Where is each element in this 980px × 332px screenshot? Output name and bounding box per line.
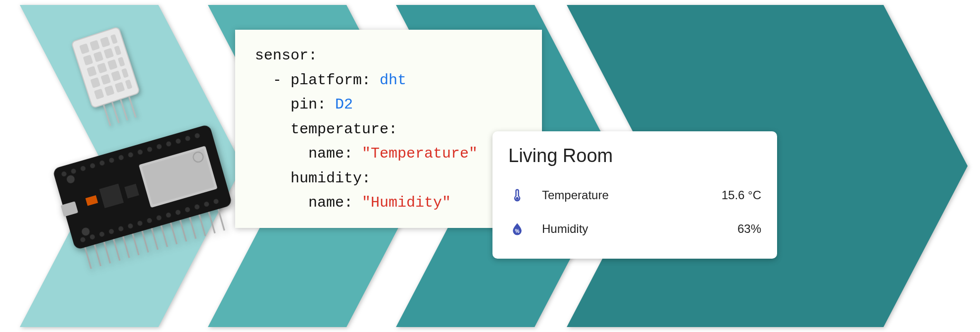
svg-line-70 [95,245,100,266]
code-line: pin: [255,96,335,113]
svg-line-80 [190,217,196,238]
svg-line-76 [151,228,157,250]
code-line: humidity: [255,170,371,187]
svg-line-72 [113,239,119,261]
svg-point-84 [516,197,519,200]
svg-line-82 [209,212,215,233]
code-string: "Humidity" [362,194,451,211]
svg-line-74 [133,234,139,255]
code-line: sensor: [255,47,317,64]
code-keyword: D2 [335,96,353,113]
code-string: "Temperature" [362,145,478,162]
svg-line-27 [120,99,127,120]
svg-line-28 [129,96,136,117]
svg-line-71 [104,242,110,263]
widget-title: Living Room [508,145,761,166]
widget-row-value: 63% [737,222,761,236]
thermometer-icon [508,186,526,204]
code-line: name: [255,194,362,211]
widget-row-temperature: Temperature 15.6 °C [508,178,761,212]
svg-line-69 [85,247,91,269]
code-line: name: [255,145,362,162]
code-keyword: dht [380,72,406,89]
svg-line-75 [142,231,148,252]
svg-line-79 [180,220,186,241]
code-line: - platform: [255,72,380,89]
widget-row-value: 15.6 °C [722,188,761,202]
svg-line-83 [218,209,224,230]
svg-line-77 [161,225,167,247]
widget-row-label: Temperature [542,188,722,202]
svg-line-78 [171,222,177,244]
svg-line-81 [199,215,205,236]
svg-line-26 [112,102,119,123]
svg-line-73 [123,236,129,258]
widget-row-humidity: % Humidity 63% [508,212,761,246]
water-percent-icon: % [508,220,526,238]
svg-text:%: % [515,228,520,234]
svg-line-25 [103,105,110,126]
code-line: temperature: [255,121,397,138]
sensor-widget-card: Living Room Temperature 15.6 °C % Humidi… [492,131,777,259]
widget-row-label: Humidity [542,222,737,236]
